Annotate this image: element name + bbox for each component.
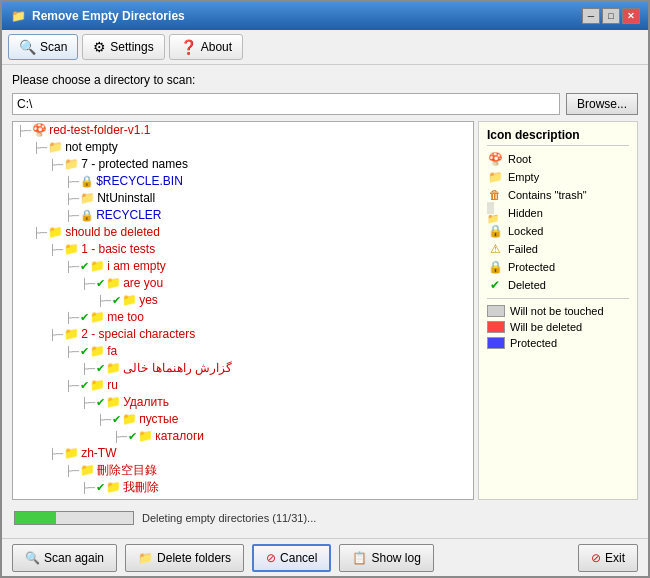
minimize-button[interactable]: ─ (582, 8, 600, 24)
app-icon: 📁 (10, 8, 26, 24)
progress-area: Deleting empty directories (11/31)... (12, 506, 638, 530)
directory-row: Browse... (12, 93, 638, 115)
maximize-button[interactable]: □ (602, 8, 620, 24)
directory-input[interactable] (12, 93, 560, 115)
will-delete-label: Will be deleted (510, 321, 582, 333)
trash-label: Contains "trash" (508, 189, 587, 201)
scan-icon: 🔍 (19, 39, 36, 55)
root-icon: 🍄 (487, 152, 503, 166)
tree-row: ├─✔📁fa (13, 343, 473, 360)
titlebar: 📁 Remove Empty Directories ─ □ ✕ (2, 2, 648, 30)
legend-deleted: Will be deleted (487, 321, 629, 333)
legend-no-touch: Will not be touched (487, 305, 629, 317)
cancel-icon: ⊘ (266, 551, 276, 565)
tab-bar: 🔍 Scan ⚙ Settings ❓ About (2, 30, 648, 65)
tree-row: ├─✔📁yes (13, 292, 473, 309)
cancel-button[interactable]: ⊘ Cancel (252, 544, 331, 572)
tree-row: ├─✔📁me too (13, 309, 473, 326)
tab-settings-label: Settings (110, 40, 153, 54)
tree-row: ├─📁2 - special characters (13, 326, 473, 343)
exit-icon: ⊘ (591, 551, 601, 565)
tab-about-label: About (201, 40, 232, 54)
icon-entry-protected: 🔒 Protected (487, 260, 629, 274)
footer-buttons: 🔍 Scan again 📁 Delete folders ⊘ Cancel 📋… (2, 538, 648, 576)
hidden-icon: ▒📁 (487, 206, 503, 220)
protected-icon: 🔒 (487, 260, 503, 274)
no-touch-label: Will not be touched (510, 305, 604, 317)
tree-row: ├─🔒$RECYCLE.BIN (13, 173, 473, 190)
scan-again-button[interactable]: 🔍 Scan again (12, 544, 117, 572)
content-area: Please choose a directory to scan: Brows… (2, 65, 648, 538)
tree-row: ├─🔒RECYCLER (13, 207, 473, 224)
progress-bar-outer (14, 511, 134, 525)
empty-icon: 📁 (487, 170, 503, 184)
tab-about[interactable]: ❓ About (169, 34, 243, 60)
root-label: Root (508, 153, 531, 165)
tree-row: ├─✔📁Удалить (13, 394, 473, 411)
tab-settings[interactable]: ⚙ Settings (82, 34, 164, 60)
window-title: Remove Empty Directories (32, 9, 582, 23)
about-icon: ❓ (180, 39, 197, 55)
tree-row: ├─✔📁пустые (13, 411, 473, 428)
progress-bar-inner (15, 512, 56, 524)
protected-color-box (487, 337, 505, 349)
tab-scan-label: Scan (40, 40, 67, 54)
tree-row: ├─📁NtUninstall (13, 190, 473, 207)
tree-row: ├─📁zh-TW (13, 445, 473, 462)
legend-divider (487, 298, 629, 299)
main-panel: ├─🍄red-test-folder-v1.1├─📁not empty├─📁7 … (12, 121, 638, 500)
main-window: 📁 Remove Empty Directories ─ □ ✕ 🔍 Scan … (0, 0, 650, 578)
icon-entry-failed: ⚠ Failed (487, 242, 629, 256)
icon-entry-locked: 🔒 Locked (487, 224, 629, 238)
directory-label: Please choose a directory to scan: (12, 73, 638, 87)
delete-folders-button[interactable]: 📁 Delete folders (125, 544, 244, 572)
icon-entry-deleted: ✔ Deleted (487, 278, 629, 292)
hidden-label: Hidden (508, 207, 543, 219)
deleted-color-box (487, 321, 505, 333)
tree-row: ├─🍄red-test-folder-v1.1 (13, 122, 473, 139)
locked-icon: 🔒 (487, 224, 503, 238)
legend-protected: Protected (487, 337, 629, 349)
legend-protected-label: Protected (510, 337, 557, 349)
close-button[interactable]: ✕ (622, 8, 640, 24)
empty-label: Empty (508, 171, 539, 183)
icon-entry-trash: 🗑 Contains "trash" (487, 188, 629, 202)
tree-row: ├─📁should be deleted (13, 224, 473, 241)
tree-row: ├─📁1 - basic tests (13, 241, 473, 258)
locked-label: Locked (508, 225, 543, 237)
tree-row: ├─📁刪除空目錄 (13, 462, 473, 479)
icon-entry-empty: 📁 Empty (487, 170, 629, 184)
failed-label: Failed (508, 243, 538, 255)
tree-row: ├─📁7 - protected names (13, 156, 473, 173)
deleted-icon: ✔ (487, 278, 503, 292)
tree-row: ├─📁not empty (13, 139, 473, 156)
icon-entry-hidden: ▒📁 Hidden (487, 206, 629, 220)
browse-button[interactable]: Browse... (566, 93, 638, 115)
tree-row: ├─✔📁are you (13, 275, 473, 292)
settings-icon: ⚙ (93, 39, 106, 55)
icon-description-panel: Icon description 🍄 Root 📁 Empty 🗑 Contai… (478, 121, 638, 500)
show-log-button[interactable]: 📋 Show log (339, 544, 433, 572)
icon-entry-root: 🍄 Root (487, 152, 629, 166)
tree-row: ├─✔📁گزارش راهنماها خالی (13, 360, 473, 377)
no-touch-color-box (487, 305, 505, 317)
protected-label: Protected (508, 261, 555, 273)
tree-row: ├─✔📁ru (13, 377, 473, 394)
cancel-label: Cancel (280, 551, 317, 565)
progress-text: Deleting empty directories (11/31)... (142, 512, 316, 524)
icon-panel-title: Icon description (487, 128, 629, 146)
trash-icon: 🗑 (487, 188, 503, 202)
exit-label: Exit (605, 551, 625, 565)
tree-row: ├─✔📁我刪除 (13, 479, 473, 496)
tree-row: ├─✔📁i am empty (13, 258, 473, 275)
deleted-label: Deleted (508, 279, 546, 291)
tree-panel[interactable]: ├─🍄red-test-folder-v1.1├─📁not empty├─📁7 … (12, 121, 474, 500)
window-controls: ─ □ ✕ (582, 8, 640, 24)
tab-scan[interactable]: 🔍 Scan (8, 34, 78, 60)
tree-row: ├─✔📁каталоги (13, 428, 473, 445)
exit-button[interactable]: ⊘ Exit (578, 544, 638, 572)
failed-icon: ⚠ (487, 242, 503, 256)
